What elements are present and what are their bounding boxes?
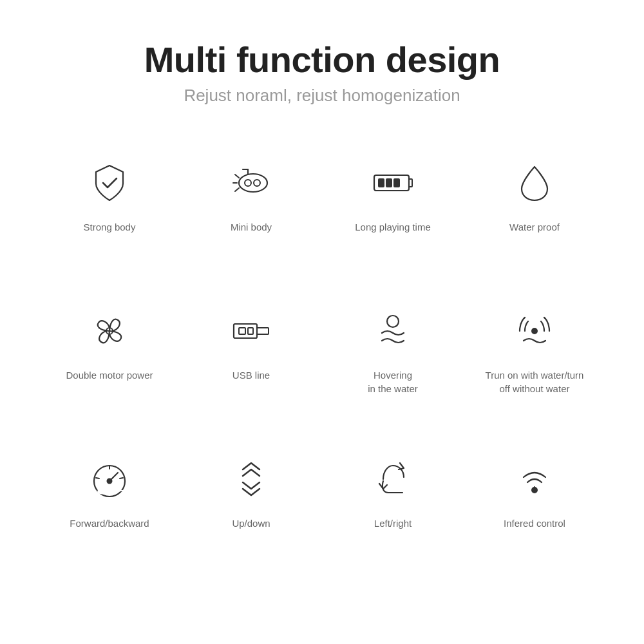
double-motor-label: Double motor power <box>66 368 153 382</box>
long-playing-icon <box>367 157 419 209</box>
svg-rect-16 <box>239 328 245 334</box>
feature-water-proof: Water proof <box>464 144 605 286</box>
page-title: Multi function design <box>144 39 500 80</box>
svg-point-19 <box>532 328 537 334</box>
svg-rect-17 <box>248 328 253 334</box>
forward-backward-icon <box>84 453 135 505</box>
feature-hovering: Hovering in the water <box>322 292 464 434</box>
water-sensor-label: Trun on with water/turn off without wate… <box>486 368 584 395</box>
usb-line-label: USB line <box>232 368 270 382</box>
svg-point-18 <box>387 316 399 327</box>
svg-rect-15 <box>257 328 269 334</box>
feature-long-playing: Long playing time <box>322 144 464 286</box>
svg-rect-11 <box>386 179 392 187</box>
water-proof-icon <box>509 157 560 209</box>
hovering-label: Hovering in the water <box>368 368 418 395</box>
long-playing-label: Long playing time <box>355 220 431 234</box>
strong-body-label: Strong body <box>84 220 136 234</box>
features-grid: Strong body Mini body <box>39 144 605 582</box>
page-subtitle: Rejust noraml, rejust homogenization <box>144 86 500 106</box>
feature-mini-body: Mini body <box>180 144 322 286</box>
mini-body-icon <box>225 157 277 209</box>
left-right-label: Left/right <box>374 516 412 530</box>
strong-body-icon <box>84 157 135 209</box>
feature-infered-control: Infered control <box>464 440 605 582</box>
svg-rect-12 <box>394 179 399 187</box>
usb-line-icon <box>225 305 277 357</box>
svg-point-2 <box>254 180 260 186</box>
water-proof-label: Water proof <box>509 220 560 234</box>
svg-point-25 <box>108 479 112 484</box>
forward-backward-label: Forward/backward <box>70 516 149 530</box>
feature-left-right: Left/right <box>322 440 464 582</box>
feature-double-motor: Double motor power <box>39 292 180 434</box>
svg-line-22 <box>96 478 99 478</box>
svg-point-26 <box>532 488 537 493</box>
svg-rect-10 <box>379 179 384 187</box>
infered-control-label: Infered control <box>504 516 565 530</box>
up-down-icon <box>225 453 277 505</box>
header: Multi function design Rejust noraml, rej… <box>144 39 500 106</box>
feature-water-sensor: Trun on with water/turn off without wate… <box>464 292 605 434</box>
svg-line-6 <box>235 188 239 191</box>
svg-line-23 <box>120 478 123 478</box>
water-sensor-icon <box>509 305 560 357</box>
infered-control-icon <box>509 453 560 505</box>
feature-usb-line: USB line <box>180 292 322 434</box>
up-down-label: Up/down <box>232 516 270 530</box>
feature-up-down: Up/down <box>180 440 322 582</box>
mini-body-label: Mini body <box>231 220 272 234</box>
left-right-icon <box>367 453 419 505</box>
svg-point-1 <box>245 180 251 186</box>
svg-line-5 <box>235 175 239 178</box>
svg-rect-9 <box>409 179 412 187</box>
double-motor-icon <box>84 305 135 357</box>
feature-strong-body: Strong body <box>39 144 180 286</box>
hovering-icon <box>367 305 419 357</box>
feature-forward-backward: Forward/backward <box>39 440 180 582</box>
